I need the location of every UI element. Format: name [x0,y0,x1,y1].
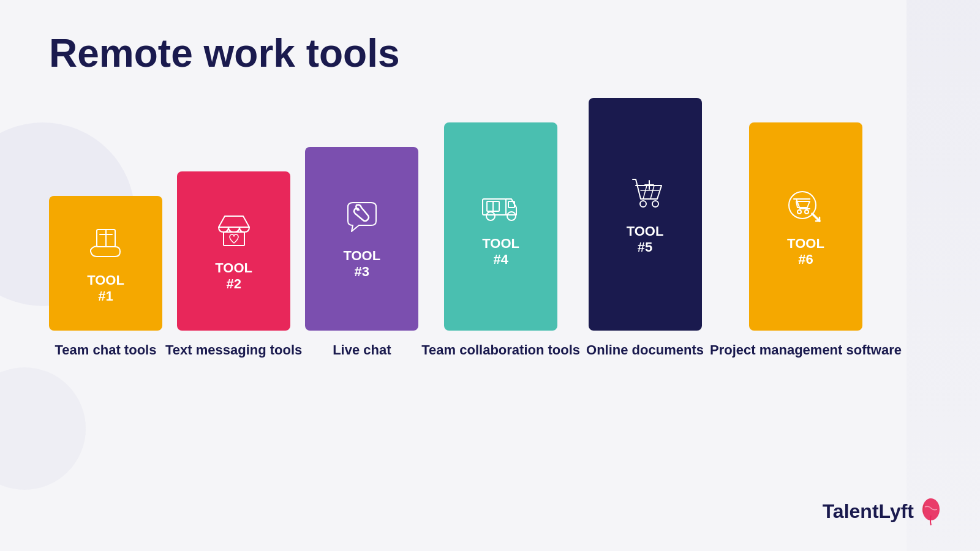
tool-box-6: TOOL#6 [749,122,862,331]
tool-4-description: Team collaboration tools [418,342,583,359]
tool-5-label: TOOL#5 [627,223,664,256]
tool-item-1: TOOL#1 Team chat tools [49,196,162,359]
tool-1-label: TOOL#1 [87,272,124,305]
tools-container: TOOL#1 Team chat tools TOOL#2 [49,98,905,359]
logo-area: TalentLyft [823,496,943,527]
tool-5-description: Online documents [583,342,707,359]
tool-item-2: TOOL#2 Text messaging tools [162,171,305,359]
svg-line-22 [812,214,820,221]
tool-4-label: TOOL#4 [482,236,519,268]
svg-line-15 [643,186,647,199]
tool-item-6: TOOL#6 Project management software [707,122,905,359]
tool-box-5: TOOL#5 [589,98,702,331]
page-title: Remote work tools [49,31,400,76]
tool-box-3: TOOL#3 [305,147,418,331]
tool-box-1: TOOL#1 [49,196,162,331]
wrench-chat-icon [341,198,383,241]
tool-2-label: TOOL#2 [215,260,252,293]
tool-item-4: TOOL#4 Team collaboration tools [418,122,583,359]
svg-point-6 [486,212,495,220]
svg-point-21 [805,210,809,214]
logo-text: TalentLyft [823,500,914,523]
shop-heart-icon [213,210,255,253]
decorative-right [907,0,980,551]
tool-item-3: TOOL#3 Live chat [305,147,418,359]
tool-3-label: TOOL#3 [343,248,380,280]
tool-6-label: TOOL#6 [787,236,824,268]
svg-point-12 [640,201,646,207]
tool-item-5: TOOL#5 Online documents [583,98,707,359]
talentlyft-logo-icon [919,496,943,527]
tool-box-4: TOOL#4 [444,122,557,331]
svg-point-13 [652,201,658,207]
tool-1-description: Team chat tools [52,342,160,359]
svg-line-16 [650,186,654,199]
cart-plus-icon [624,173,666,216]
svg-point-20 [797,210,801,214]
tool-2-description: Text messaging tools [162,342,305,359]
svg-point-7 [507,212,516,220]
tool-3-description: Live chat [330,342,394,359]
package-hand-icon [85,222,127,265]
tool-6-description: Project management software [707,342,905,359]
tool-box-2: TOOL#2 [177,171,290,331]
search-cart-icon [784,186,827,228]
delivery-truck-icon [480,186,522,228]
